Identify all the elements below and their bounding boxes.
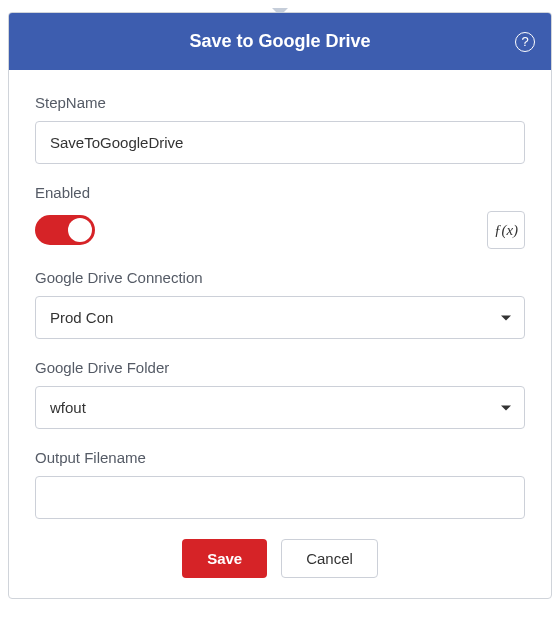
connection-select-wrap: Prod Con [35,296,525,339]
card-title: Save to Google Drive [189,31,370,52]
output-filename-group: Output Filename [35,449,525,519]
toggle-knob [68,218,92,242]
help-icon[interactable]: ? [515,32,535,52]
enabled-toggle[interactable] [35,215,95,245]
help-symbol: ? [521,34,528,49]
enabled-group: Enabled ƒ(x) [35,184,525,249]
output-filename-label: Output Filename [35,449,525,466]
folder-select[interactable]: wfout [35,386,525,429]
connection-group: Google Drive Connection Prod Con [35,269,525,339]
step-name-group: StepName [35,94,525,164]
fx-button[interactable]: ƒ(x) [487,211,525,249]
enabled-label: Enabled [35,184,525,201]
folder-select-wrap: wfout [35,386,525,429]
cancel-button[interactable]: Cancel [281,539,378,578]
folder-group: Google Drive Folder wfout [35,359,525,429]
connection-label: Google Drive Connection [35,269,525,286]
save-to-google-drive-card: Save to Google Drive ? StepName Enabled … [8,12,552,599]
enabled-row: ƒ(x) [35,211,525,249]
step-name-label: StepName [35,94,525,111]
save-button[interactable]: Save [182,539,267,578]
output-filename-input[interactable] [35,476,525,519]
connection-select[interactable]: Prod Con [35,296,525,339]
card-header: Save to Google Drive ? [9,13,551,70]
folder-label: Google Drive Folder [35,359,525,376]
actions-row: Save Cancel [35,539,525,578]
card-body: StepName Enabled ƒ(x) Google Drive Conne… [9,70,551,598]
step-name-input[interactable] [35,121,525,164]
